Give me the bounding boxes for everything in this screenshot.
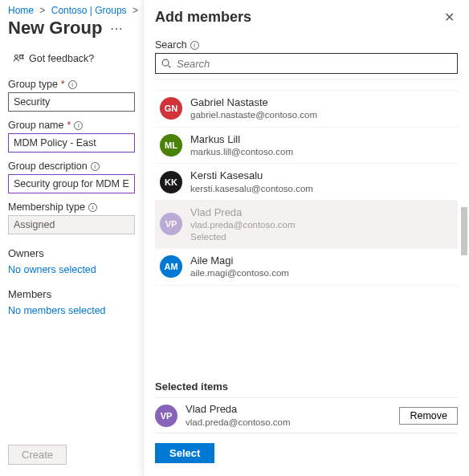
- breadcrumb-contoso-groups[interactable]: Contoso | Groups: [51, 5, 127, 16]
- group-type-select[interactable]: [8, 92, 135, 112]
- avatar: VP: [160, 213, 182, 235]
- group-description-label: Group descriptioni: [8, 161, 135, 172]
- search-icon: [161, 58, 172, 69]
- create-button[interactable]: Create: [8, 445, 67, 465]
- result-email: aile.magi@contoso.com: [190, 267, 289, 279]
- svg-point-1: [162, 59, 169, 66]
- result-email: gabriel.nastaste@contoso.com: [190, 109, 317, 120]
- avatar: ML: [160, 134, 182, 157]
- membership-type-select[interactable]: [8, 215, 135, 234]
- info-icon[interactable]: i: [74, 121, 83, 130]
- results-list: GNGabriel Nastastegabriel.nastaste@conto…: [155, 79, 458, 286]
- search-input[interactable]: [172, 57, 452, 71]
- remove-button[interactable]: Remove: [399, 407, 458, 425]
- add-members-panel: Add members ✕ Searchi GNGabriel Nastaste…: [143, 0, 469, 476]
- members-heading: Members: [8, 288, 135, 300]
- result-row[interactable]: GNGabriel Nastastegabriel.nastaste@conto…: [155, 91, 458, 128]
- group-name-label: Group name*i: [8, 120, 135, 131]
- scrollbar-track[interactable]: [459, 79, 467, 286]
- group-type-label: Group type*i: [8, 79, 135, 90]
- avatar: VP: [155, 405, 177, 427]
- info-icon[interactable]: i: [190, 41, 199, 50]
- result-name: Markus Lill: [190, 133, 293, 146]
- result-name: Aile Magi: [190, 254, 289, 267]
- search-label: Searchi: [155, 39, 458, 51]
- info-icon[interactable]: i: [68, 80, 77, 89]
- result-name: Vlad Preda: [190, 206, 296, 219]
- no-owners-link[interactable]: No owners selected: [8, 264, 135, 275]
- svg-point-0: [14, 55, 18, 58]
- page-title: New Group: [8, 18, 102, 39]
- avatar: AM: [160, 255, 182, 278]
- selected-label: Selected: [190, 231, 296, 242]
- selected-item-row: VPVlad Predavlad.preda@contoso.comRemove: [155, 397, 458, 433]
- breadcrumb-home[interactable]: Home: [8, 5, 34, 16]
- avatar: KK: [160, 171, 182, 193]
- no-members-link[interactable]: No members selected: [8, 305, 135, 316]
- feedback-link[interactable]: Got feedback?: [13, 53, 135, 64]
- feedback-icon: [13, 53, 24, 64]
- result-row[interactable]: KKKersti Kasesalukersti.kasesalu@contoso…: [155, 164, 458, 201]
- result-row[interactable]: AMAile Magiaile.magi@contoso.com: [155, 249, 458, 286]
- group-description-input[interactable]: [8, 174, 135, 193]
- search-box[interactable]: [155, 53, 458, 74]
- info-icon[interactable]: i: [88, 203, 97, 212]
- avatar: GN: [160, 97, 182, 120]
- selected-name: Vlad Preda: [186, 403, 291, 416]
- info-icon[interactable]: i: [91, 162, 100, 171]
- result-row[interactable]: [155, 79, 458, 91]
- more-actions-button[interactable]: ⋯: [110, 21, 123, 36]
- membership-type-label: Membership typei: [8, 201, 135, 213]
- result-email: vlad.preda@contoso.com: [190, 219, 296, 230]
- result-name: Gabriel Nastaste: [190, 96, 317, 109]
- owners-heading: Owners: [8, 247, 135, 259]
- close-icon[interactable]: ✕: [441, 6, 458, 28]
- selected-email: vlad.preda@contoso.com: [186, 417, 291, 428]
- result-name: Kersti Kasesalu: [190, 169, 313, 182]
- result-row[interactable]: MLMarkus Lillmarkus.lill@contoso.com: [155, 128, 458, 165]
- result-email: kersti.kasesalu@contoso.com: [190, 183, 313, 194]
- selected-items-list: VPVlad Predavlad.preda@contoso.comRemove: [155, 397, 458, 433]
- selected-items-heading: Selected items: [155, 380, 458, 393]
- feedback-label: Got feedback?: [29, 53, 94, 64]
- group-name-input[interactable]: [8, 133, 135, 153]
- result-email: markus.lill@contoso.com: [190, 146, 293, 157]
- panel-title: Add members: [155, 9, 251, 26]
- scrollbar-thumb[interactable]: [461, 207, 467, 255]
- result-row-selected: VPVlad Predavlad.preda@contoso.comSelect…: [155, 201, 458, 249]
- select-button[interactable]: Select: [155, 443, 214, 463]
